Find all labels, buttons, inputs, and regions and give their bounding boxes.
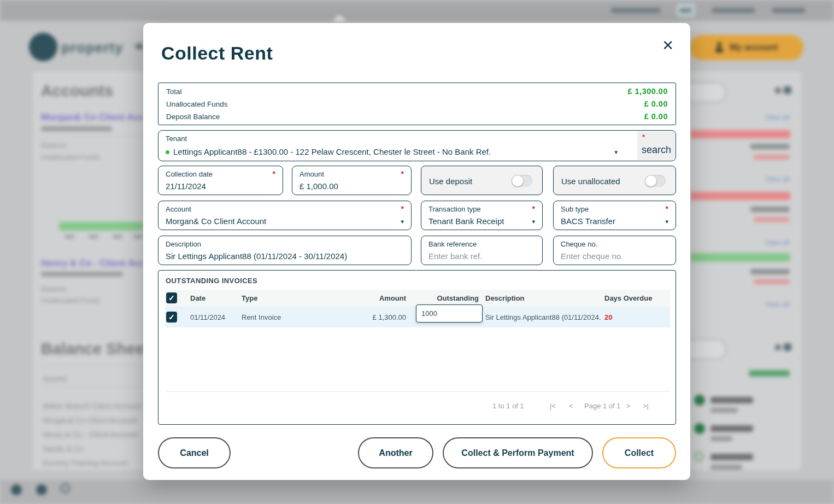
use-deposit-toggle-box: Use deposit	[421, 166, 543, 195]
asset-item[interactable]: Wilton Branch Client Account	[43, 402, 143, 411]
use-unallocated-toggle[interactable]	[645, 175, 666, 187]
asset-item[interactable]: Sands & Co	[43, 444, 84, 453]
toolbar-icon-blur[interactable]	[784, 343, 791, 351]
collect-and-perform-payment-button[interactable]: Collect & Perform Payment	[443, 437, 593, 468]
deposit-balance-value: £ 0.00	[644, 112, 668, 121]
nav-link-blur[interactable]	[772, 8, 806, 13]
account-card-link[interactable]: Henry & Co - Client Account	[41, 258, 144, 269]
chevron-down-icon: ▾	[532, 218, 535, 225]
toolbar-icon-blur[interactable]	[784, 86, 791, 94]
description-field[interactable]: Description Sir Lettings Applicant88 (01…	[158, 236, 412, 265]
chevron-down-icon: ▾	[665, 218, 668, 225]
my-account-button[interactable]: My account	[690, 35, 803, 60]
tenant-search-button[interactable]: * search	[637, 131, 675, 160]
dialog-title: Collect Rent	[161, 43, 273, 64]
nav-link-blur[interactable]	[610, 8, 661, 13]
asset-item[interactable]: Henry & Co - Client Account	[43, 430, 143, 439]
description-value: Sir Lettings Applicant88 (01/11/2024 - 3…	[166, 251, 347, 261]
amount-blur	[750, 144, 790, 149]
select-all-checkbox[interactable]: ✓	[166, 292, 177, 303]
transaction-type-select[interactable]: Transaction type * Tenant Bank Receipt ▾	[421, 201, 543, 230]
account-select[interactable]: Account * Morgan& Co Client Account ▾	[158, 201, 412, 230]
use-deposit-toggle[interactable]	[512, 175, 532, 187]
prev-page-button[interactable]: <	[569, 402, 573, 410]
app-screen: property My account Accounts Morgan& Co …	[0, 0, 834, 504]
taskbar-icon[interactable]	[36, 484, 47, 495]
required-marker: *	[273, 169, 275, 178]
cheque-no-field[interactable]: Cheque no. Enter cheque no.	[553, 236, 676, 265]
sort-code-blur	[41, 126, 112, 131]
collect-rent-dialog: Collect Rent ✕ Total £ 1,300.00 Unalloca…	[143, 23, 690, 480]
divider	[41, 387, 145, 388]
view-all-link[interactable]: View all	[765, 175, 790, 183]
nav-item-blur[interactable]	[136, 44, 143, 49]
chevron-down-icon[interactable]: ▾	[614, 149, 618, 156]
toolbar-icon-blur[interactable]	[775, 344, 781, 350]
view-all-link[interactable]: View all	[765, 113, 790, 121]
taskbar-icon[interactable]	[11, 484, 22, 495]
label-blur	[710, 465, 742, 470]
transaction-type-label: Transaction type	[428, 205, 481, 213]
divider	[41, 136, 143, 136]
toggle-knob	[645, 175, 656, 186]
outstanding-invoices-panel: OUTSTANDING INVOICES ✓ Date Type Amount …	[158, 270, 676, 425]
invoice-type: Rent Invoice	[242, 313, 281, 321]
nav-link-blur[interactable]	[712, 8, 755, 13]
overdue-blur	[754, 155, 790, 160]
collection-date-value: 21/11/2024	[166, 181, 206, 191]
required-marker: *	[401, 169, 404, 178]
sort-code-blur	[41, 272, 123, 277]
divider	[41, 365, 145, 366]
column-header-outstanding[interactable]: Outstanding	[433, 294, 479, 302]
bank-reference-field[interactable]: Bank reference Enter bank ref.	[421, 236, 543, 265]
view-all-link[interactable]: View all	[765, 238, 790, 247]
column-header-days-overdue[interactable]: Days Overdue	[604, 294, 652, 302]
view-all-link[interactable]: View all	[765, 300, 790, 308]
cancel-button[interactable]: Cancel	[158, 437, 231, 468]
column-header-date[interactable]: Date	[190, 294, 205, 302]
bank-reference-label: Bank reference	[428, 240, 477, 248]
chart-tick-blur	[113, 235, 122, 238]
amount-blur	[710, 454, 753, 460]
column-header-type[interactable]: Type	[242, 294, 257, 302]
green-total-blur	[749, 370, 790, 377]
last-page-button[interactable]: >|	[643, 402, 649, 410]
asset-item[interactable]: Dummy Training Account	[43, 459, 128, 467]
sub-type-select[interactable]: Sub type * BACS Transfer ▾	[553, 201, 676, 230]
row-checkbox[interactable]: ✓	[166, 312, 177, 323]
amount-blur	[710, 425, 753, 432]
use-unallocated-label: Use unallocated	[561, 177, 620, 186]
account-card-link[interactable]: Morgan& Co Client Account	[41, 112, 144, 123]
another-button[interactable]: Another	[358, 437, 433, 468]
balance-sheet-heading: Balance Sheet	[41, 340, 149, 358]
toolbar-icon-blur[interactable]	[775, 87, 781, 93]
chart-tick-blur	[64, 235, 74, 238]
tenant-select[interactable]: Tenant Lettings Applicant88 - £1300.00 -…	[158, 130, 676, 161]
collect-button[interactable]: Collect	[602, 437, 676, 468]
chevron-down-icon: ▾	[401, 218, 404, 225]
legend-ring-icon	[694, 452, 704, 461]
outstanding-amount-input[interactable]	[416, 304, 483, 323]
app-logo-icon[interactable]	[29, 33, 57, 61]
required-marker: *	[666, 204, 668, 213]
invoice-description: Sir Lettings Applicant88 (01/11/2024...	[485, 313, 601, 321]
label-blur	[710, 408, 738, 413]
first-page-button[interactable]: |<	[550, 402, 556, 410]
collection-date-field[interactable]: Collection date * 21/11/2024	[158, 166, 283, 195]
asset-item[interactable]: Morgan& Co Client Account	[43, 416, 143, 425]
cheque-no-placeholder: Enter cheque no.	[561, 251, 623, 261]
invoice-amount: £ 1,300.00	[368, 313, 406, 321]
chart-tick-blur	[89, 235, 98, 238]
taskbar-icon[interactable]	[60, 483, 70, 493]
next-page-button[interactable]: >	[626, 402, 631, 410]
close-icon[interactable]: ✕	[662, 38, 674, 52]
invoice-row[interactable]: ✓ 01/11/2024 Rent Invoice £ 1,300.00 Sir…	[165, 307, 670, 327]
nav-link-blur[interactable]	[679, 8, 692, 13]
tenant-value: Lettings Applicant88 - £1300.00 - 122 Pe…	[166, 147, 491, 156]
column-header-description[interactable]: Description	[485, 294, 525, 302]
summary-row: Deposit Balance £ 0.00	[166, 112, 668, 121]
required-marker: *	[532, 204, 535, 213]
column-header-amount[interactable]: Amount	[373, 294, 406, 302]
amount-field[interactable]: Amount * £ 1,000.00	[292, 166, 412, 195]
total-value: £ 1,300.00	[627, 87, 668, 96]
